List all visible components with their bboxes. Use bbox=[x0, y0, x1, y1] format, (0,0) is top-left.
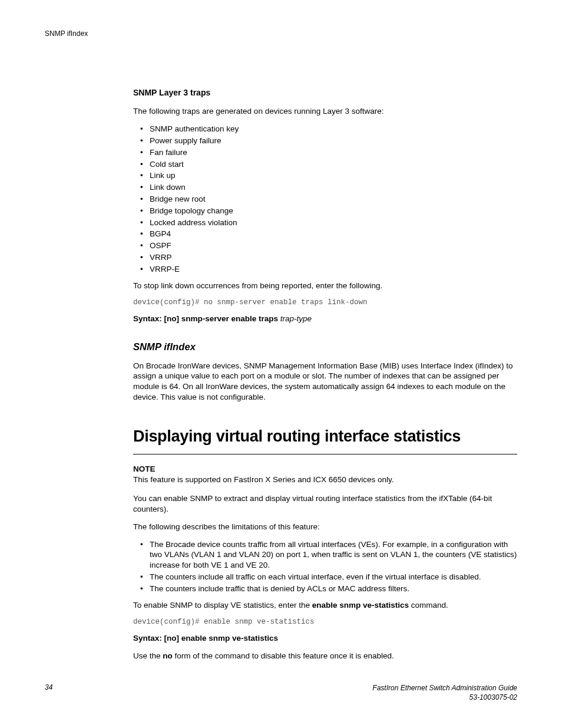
text: command. bbox=[409, 601, 448, 610]
list-item: The counters include all traffic on each… bbox=[143, 572, 517, 582]
text: To enable SNMP to display VE statistics,… bbox=[133, 601, 312, 610]
syntax-bold: Syntax: [no] snmp-server enable traps bbox=[133, 314, 278, 323]
cli-no-traps: device(config)# no snmp-server enable tr… bbox=[133, 298, 517, 308]
footer-docnum: 53-1003075-02 bbox=[470, 693, 517, 701]
cmd-bold: enable snmp ve-statistics bbox=[312, 601, 409, 610]
footer-title: FastIron Ethernet Switch Administration … bbox=[372, 684, 517, 692]
ifindex-para: On Brocade IronWare devices, SNMP Manage… bbox=[133, 361, 517, 403]
text: Use the bbox=[133, 651, 163, 660]
list-item: Cold start bbox=[143, 159, 517, 170]
note-label: NOTE bbox=[133, 464, 517, 475]
vri-para2: The following describes the limitations … bbox=[133, 522, 517, 532]
list-item: Locked address violation bbox=[143, 218, 517, 228]
syntax-bold: Syntax: [no] enable snmp ve-statistics bbox=[133, 634, 278, 643]
list-item: Link up bbox=[143, 170, 517, 181]
list-item: OSPF bbox=[143, 241, 517, 251]
syntax-ve: Syntax: [no] enable snmp ve-statistics bbox=[133, 633, 517, 644]
vri-limitations-list: The Brocade device counts traffic from a… bbox=[133, 539, 517, 594]
no-bold: no bbox=[163, 651, 173, 660]
list-item: Bridge topology change bbox=[143, 206, 517, 216]
heading-snmp-ifindex: SNMP ifIndex bbox=[133, 341, 517, 354]
list-item: The Brocade device counts traffic from a… bbox=[143, 539, 517, 571]
syntax-traps: Syntax: [no] snmp-server enable traps tr… bbox=[133, 314, 517, 324]
list-item: Fan failure bbox=[143, 147, 517, 158]
list-item: VRRP-E bbox=[143, 264, 517, 275]
list-item: VRRP bbox=[143, 252, 517, 263]
list-item: The counters include traffic that is den… bbox=[143, 584, 517, 594]
list-item: SNMP authentication key bbox=[143, 124, 517, 134]
vri-para1: You can enable SNMP to extract and displ… bbox=[133, 493, 517, 515]
running-header: SNMP ifIndex bbox=[45, 29, 517, 39]
l3-intro-text: The following traps are generated on dev… bbox=[133, 106, 517, 117]
l3-stop-text: To stop link down occurrences from being… bbox=[133, 281, 517, 291]
text: form of the command to disable this feat… bbox=[173, 651, 394, 660]
list-item: Link down bbox=[143, 182, 517, 193]
syntax-ital: trap-type bbox=[280, 314, 312, 323]
vri-disable-text: Use the no form of the command to disabl… bbox=[133, 651, 517, 661]
vri-enable-text: To enable SNMP to display VE statistics,… bbox=[133, 600, 517, 611]
rule bbox=[133, 454, 517, 454]
list-item: Bridge new root bbox=[143, 194, 517, 205]
note-text: This feature is supported on FastIron X … bbox=[133, 475, 517, 485]
heading-display-vri-stats: Displaying virtual routing interface sta… bbox=[133, 426, 517, 447]
list-item: BGP4 bbox=[143, 229, 517, 239]
content-body: SNMP Layer 3 traps The following traps a… bbox=[133, 87, 517, 661]
list-item: Power supply failure bbox=[143, 136, 517, 146]
heading-snmp-l3-traps: SNMP Layer 3 traps bbox=[133, 87, 517, 98]
cli-enable-ve: device(config)# enable snmp ve-statistic… bbox=[133, 617, 517, 627]
page-number: 34 bbox=[45, 683, 52, 693]
page-footer: 34 FastIron Ethernet Switch Administrati… bbox=[45, 683, 517, 702]
l3-traps-list: SNMP authentication key Power supply fai… bbox=[133, 124, 517, 275]
